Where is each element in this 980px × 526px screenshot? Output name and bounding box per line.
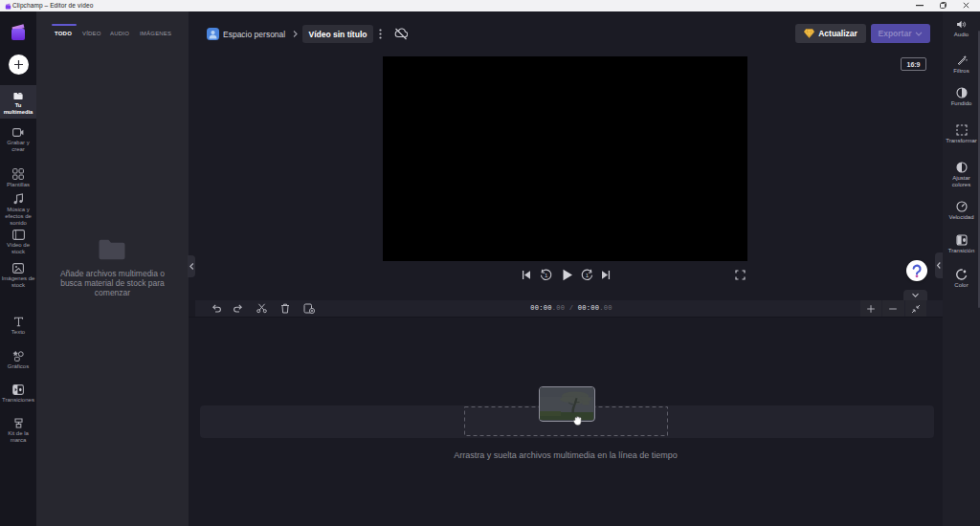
svg-text:1: 1	[586, 273, 590, 278]
svg-text:1: 1	[545, 273, 548, 278]
